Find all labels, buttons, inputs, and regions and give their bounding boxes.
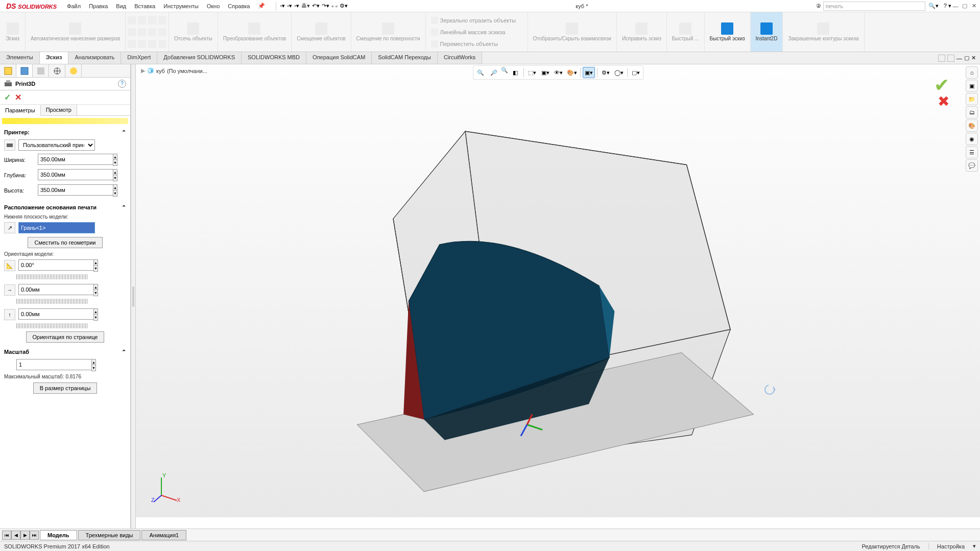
height-input[interactable]: ▲▼	[38, 184, 114, 197]
fm-tab-property-mgr[interactable]	[16, 64, 33, 77]
ribbon-linear-pattern[interactable]: Линейный массив эскиза	[428, 28, 525, 37]
splitter[interactable]	[131, 64, 136, 529]
text-icon[interactable]	[158, 28, 166, 36]
menu-pin-icon[interactable]: 📌	[254, 3, 269, 9]
taskpane-home-icon[interactable]: ⌂	[966, 66, 978, 79]
offset-geometry-button[interactable]: Сместить по геометрии	[28, 237, 102, 248]
bt-last-icon[interactable]: ⏭	[30, 531, 39, 540]
pm-help-icon[interactable]: ?	[118, 80, 126, 88]
flip-face-icon[interactable]: ↗	[4, 222, 15, 233]
pm-subtab-params[interactable]: Параметры	[0, 105, 41, 116]
bt-next-icon[interactable]: ▶	[20, 531, 30, 540]
menu-tools[interactable]: Инструменты	[159, 3, 203, 9]
arc-icon[interactable]	[138, 28, 146, 36]
tab-window-icon[interactable]	[947, 55, 954, 62]
fm-tab-display-mgr[interactable]	[65, 64, 82, 77]
tab-circuitworks[interactable]: CircuitWorks	[438, 52, 482, 64]
breadcrumb-doc[interactable]: куб	[156, 68, 165, 74]
view-settings-icon[interactable]: ⚙▾	[600, 67, 612, 78]
fit-page-button[interactable]: В размер страницы	[33, 382, 98, 394]
ribbon-instant2d[interactable]: Instant2D	[751, 12, 783, 52]
tab-solidcam-tool[interactable]: SolidCAM Переходы	[372, 52, 438, 64]
section-view-icon[interactable]: ◧	[509, 67, 521, 78]
breadcrumb-arrow-icon[interactable]: ▶	[141, 67, 145, 74]
tab-addins[interactable]: Добавления SOLIDWORKS	[157, 52, 242, 64]
printer-select[interactable]: Пользовательский прин	[18, 139, 95, 151]
polygon-icon[interactable]	[148, 28, 156, 36]
edit-appearance-icon[interactable]: 🎨▾	[566, 67, 578, 78]
menu-file[interactable]: Файл	[63, 3, 85, 9]
qat-options-icon[interactable]: ⚙▾	[340, 3, 348, 9]
qat-rebuild-icon[interactable]: ▫	[336, 3, 338, 9]
ribbon-shaded-contours[interactable]: Закрашенные контуры эскиза	[783, 12, 864, 52]
scale-up-icon[interactable]: ▲	[92, 360, 95, 365]
status-custom[interactable]: Настройка	[937, 543, 965, 549]
tab-close-icon[interactable]: ✕	[971, 55, 976, 61]
pm-ok-icon[interactable]: ✓	[4, 92, 11, 102]
angle-down-icon[interactable]: ▼	[94, 266, 98, 271]
menu-view[interactable]: Вид	[112, 3, 130, 9]
dx-input[interactable]: ▲▼	[18, 284, 95, 296]
close-icon[interactable]: ✕	[970, 2, 978, 10]
section-scale-collapse-icon[interactable]: ⌃	[122, 349, 126, 355]
hide-show-icon[interactable]: 👁▾	[553, 67, 565, 78]
menu-window[interactable]: Окно	[203, 3, 224, 9]
pm-cancel-icon[interactable]: ✕	[15, 92, 21, 102]
ellipse-icon[interactable]	[138, 40, 146, 48]
dx-down-icon[interactable]: ▼	[94, 290, 98, 296]
search-icon[interactable]: 🔍▾	[928, 3, 939, 9]
height-up-icon[interactable]: ▲	[113, 185, 117, 190]
angle-up-icon[interactable]: ▲	[94, 260, 98, 266]
scale-input[interactable]: ▲▼	[16, 359, 93, 371]
menu-insert[interactable]: Вставка	[130, 3, 159, 9]
bt-first-icon[interactable]: ⏮	[2, 531, 11, 540]
search-type-icon[interactable]: ②	[816, 3, 821, 9]
taskpane-custom-props-icon[interactable]: ☰	[966, 146, 978, 158]
ribbon-offset[interactable]: Смещение объектов	[292, 12, 351, 52]
width-input[interactable]: ▲▼	[38, 154, 114, 166]
bottom-tab-model[interactable]: Модель	[40, 530, 77, 540]
search-box[interactable]: печать	[823, 2, 925, 11]
taskpane-forum-icon[interactable]: 💬	[966, 159, 978, 172]
restore-icon[interactable]: ▢	[961, 2, 969, 10]
ribbon-mirror[interactable]: Зеркально отразить объекты	[428, 16, 525, 25]
tab-dimxpert[interactable]: DimXpert	[121, 52, 157, 64]
menu-edit[interactable]: Правка	[85, 3, 112, 9]
display-style-icon[interactable]: ▣▾	[539, 67, 552, 78]
prev-view-icon[interactable]: 🔍	[501, 67, 508, 78]
ribbon-sketch[interactable]: Эскиз	[0, 12, 26, 52]
viewport-layout-icon[interactable]: ▢▾	[630, 67, 642, 78]
width-down-icon[interactable]: ▼	[113, 160, 117, 165]
help-dropdown-icon[interactable]: ? ▾	[944, 3, 951, 9]
scale-down-icon[interactable]: ▼	[92, 365, 95, 371]
section-printer-collapse-icon[interactable]: ⌃	[122, 129, 126, 136]
bottom-tab-animation1[interactable]: Анимация1	[141, 530, 186, 540]
bottom-tab-3dviews[interactable]: Трехмерные виды	[78, 530, 141, 540]
ribbon-quick-sketch[interactable]: Быстрый эскиз	[705, 12, 751, 52]
tab-restore-icon[interactable]: ▢	[964, 55, 969, 61]
ribbon-trim[interactable]: Отсечь объекты	[169, 12, 218, 52]
tab-minimize-icon[interactable]: —	[957, 55, 962, 61]
confirm-cancel-icon[interactable]: ✖	[938, 93, 949, 110]
qat-print-icon[interactable]: 🖶▾	[301, 3, 310, 9]
dy-up-icon[interactable]: ▲	[94, 309, 98, 315]
height-down-icon[interactable]: ▼	[113, 190, 117, 196]
zoom-area-icon[interactable]: 🔎	[488, 67, 500, 78]
ribbon-show-relations[interactable]: Отобразить/Скрыть взаимосвязи	[528, 12, 617, 52]
qat-redo-icon[interactable]: ↷▾	[322, 3, 329, 9]
tab-analyze[interactable]: Анализировать	[68, 52, 121, 64]
view-orientation-icon[interactable]: ⬚▾	[526, 67, 538, 78]
width-up-icon[interactable]: ▲	[113, 154, 117, 160]
slot-icon[interactable]	[128, 40, 136, 48]
tab-solidcam-op[interactable]: Операция SolidCAM	[306, 52, 372, 64]
qat-select-icon[interactable]: ▫	[331, 3, 333, 9]
section-print-base-collapse-icon[interactable]: ⌃	[122, 204, 126, 211]
bt-prev-icon[interactable]: ◀	[11, 531, 20, 540]
minimize-icon[interactable]: —	[951, 2, 960, 10]
depth-input[interactable]: ▲▼	[38, 169, 114, 181]
ribbon-auto-dimension[interactable]: Автоматическое нанесение размеров	[26, 12, 126, 52]
dy-slider[interactable]	[16, 323, 88, 328]
qat-save-icon[interactable]: ▫▾	[294, 3, 299, 9]
fm-tab-feature-tree[interactable]	[0, 64, 16, 77]
angle-input[interactable]: ▲▼	[18, 259, 95, 272]
